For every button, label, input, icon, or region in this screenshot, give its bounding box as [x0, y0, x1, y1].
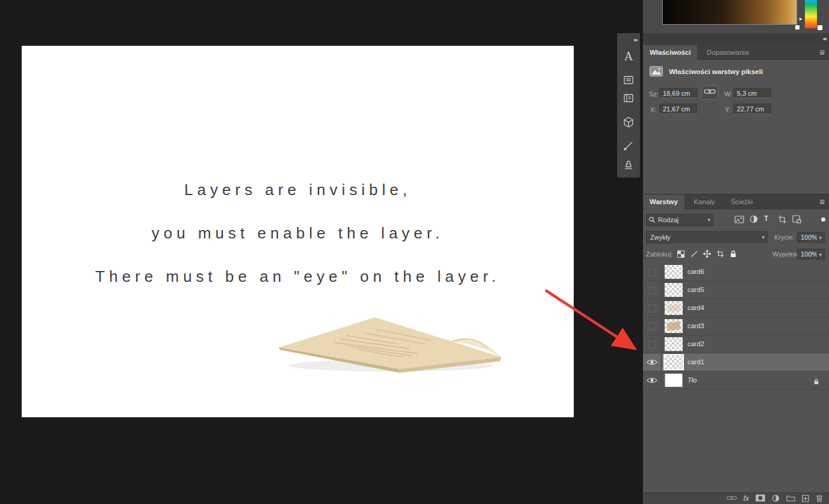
visibility-toggle[interactable]: [643, 263, 662, 281]
canvas-text-line: you must enable the layer.: [22, 224, 574, 243]
layer-row-card1[interactable]: card1: [643, 353, 829, 372]
chevron-down-icon: ▾: [762, 232, 765, 243]
layer-thumbnail[interactable]: [665, 265, 683, 279]
color-swatch-white[interactable]: [818, 25, 822, 30]
layer-thumbnail[interactable]: [665, 301, 683, 315]
filter-pixel-layers-icon[interactable]: [734, 215, 744, 226]
glyphs-panel-icon[interactable]: [617, 93, 640, 105]
lock-all-icon[interactable]: [730, 249, 737, 260]
visibility-toggle[interactable]: [643, 372, 662, 389]
layer-style-icon[interactable]: fx: [744, 495, 749, 502]
layer-row-card3[interactable]: card3: [643, 317, 829, 335]
chevron-down-icon: ▾: [817, 249, 822, 260]
clone-source-panel-icon[interactable]: [617, 160, 640, 173]
new-layer-icon[interactable]: [802, 494, 809, 503]
dock-header-bar: ◂◂: [643, 33, 829, 46]
new-group-icon[interactable]: [786, 494, 795, 503]
pixel-layer-icon: [650, 66, 663, 76]
expand-panels-icon[interactable]: ▸▸: [634, 37, 637, 43]
search-icon: [648, 216, 656, 223]
layer-filter-dropdown[interactable]: Rodzaj ▾: [646, 214, 713, 226]
layer-thumbnail[interactable]: [665, 337, 683, 351]
opacity-label: Krycie:: [774, 234, 795, 241]
lock-pixels-icon[interactable]: [691, 249, 698, 260]
hue-slider-marker[interactable]: ▸: [800, 16, 803, 22]
layer-row-card2[interactable]: card2: [643, 335, 829, 353]
tab-paths[interactable]: Ścieżki: [724, 194, 759, 210]
lock-artboard-icon[interactable]: [716, 249, 724, 260]
visibility-toggle[interactable]: [643, 335, 662, 353]
filter-adjustment-layers-icon[interactable]: [750, 215, 758, 226]
photoshop-workspace: Layers are invisible, you must enable th…: [0, 0, 829, 504]
hidden-eye-well: [648, 269, 656, 276]
visibility-toggle[interactable]: [643, 281, 662, 299]
add-mask-icon[interactable]: [756, 494, 765, 503]
blend-mode-select[interactable]: Zwykły ▾: [646, 231, 768, 243]
fill-value: 100%: [801, 250, 818, 258]
link-layers-icon[interactable]: [727, 495, 737, 502]
layer-row-card6[interactable]: card6: [643, 263, 829, 281]
link-dimensions-button[interactable]: [701, 86, 718, 100]
layer-row-background[interactable]: Tło: [643, 372, 829, 390]
lock-transparency-icon[interactable]: [677, 249, 685, 260]
layers-panel: Rodzaj ▾ T: [643, 210, 829, 493]
layer-thumbnail[interactable]: [665, 355, 683, 369]
filter-type-layers-icon[interactable]: T: [764, 214, 768, 223]
height-label: W:: [724, 90, 732, 98]
opacity-field[interactable]: 100% ▾: [797, 232, 825, 243]
chevron-down-icon: ▾: [707, 214, 710, 225]
tab-layers[interactable]: Warstwy: [643, 194, 685, 210]
x-field[interactable]: 21,67 cm: [659, 104, 697, 114]
layer-thumbnail[interactable]: [665, 373, 683, 387]
filter-label: Rodzaj: [658, 214, 678, 225]
gradient-stop-marker[interactable]: [795, 25, 800, 30]
layer-list: card6 card5 card4 card3: [643, 263, 829, 390]
3d-panel-icon[interactable]: [617, 116, 640, 131]
properties-panel: Właściwości warstwy pikseli Sz: 18,69 cm…: [643, 60, 829, 193]
delete-layer-icon[interactable]: [816, 494, 823, 503]
blend-mode-value: Zwykły: [650, 234, 671, 241]
layer-row-card5[interactable]: card5: [643, 281, 829, 299]
character-panel-icon[interactable]: A: [617, 50, 640, 63]
color-panel-partial: ▸: [643, 0, 829, 33]
filter-smart-objects-icon[interactable]: [792, 215, 801, 226]
fill-field[interactable]: 100% ▾: [797, 249, 825, 260]
layer-thumbnail[interactable]: [665, 283, 683, 297]
layer-name: card1: [688, 358, 704, 366]
tab-adjustments[interactable]: Dopasowania: [700, 45, 756, 60]
layer-name: card6: [688, 268, 704, 275]
filter-shape-layers-icon[interactable]: [778, 215, 787, 226]
layer-lock-icon: [813, 376, 819, 387]
visibility-toggle[interactable]: [643, 299, 662, 317]
folded-paper-image: [274, 310, 506, 376]
paragraph-panel-icon[interactable]: [617, 75, 640, 87]
lock-position-icon[interactable]: [703, 249, 711, 260]
gradient-preview[interactable]: [662, 0, 797, 25]
y-label: Y:: [725, 106, 731, 113]
tab-properties[interactable]: Właściwości: [643, 45, 697, 60]
opacity-value: 100%: [801, 234, 818, 241]
panel-menu-icon[interactable]: ≡: [819, 47, 825, 57]
hue-ramp[interactable]: [805, 0, 817, 28]
eye-icon: [647, 359, 657, 366]
width-field[interactable]: 18,69 cm: [659, 88, 697, 98]
filter-toggle-icon[interactable]: [821, 217, 825, 222]
layers-footer: fx: [643, 493, 829, 504]
tab-channels[interactable]: Kanały: [687, 194, 721, 210]
height-field[interactable]: 5,3 cm: [733, 88, 771, 98]
visibility-toggle[interactable]: [643, 317, 662, 335]
panel-menu-icon[interactable]: ≡: [819, 196, 825, 207]
collapse-panels-icon[interactable]: ◂◂: [822, 36, 825, 42]
y-field[interactable]: 22,77 cm: [733, 104, 771, 114]
properties-subtitle-text: Właściwości warstwy pikseli: [669, 68, 763, 75]
add-adjustment-icon[interactable]: [772, 494, 780, 503]
x-label: X:: [650, 106, 656, 113]
brushes-panel-icon[interactable]: [617, 140, 640, 154]
layer-name: card4: [688, 304, 704, 311]
visibility-toggle[interactable]: [643, 353, 662, 371]
properties-subtitle: Właściwości warstwy pikseli: [650, 66, 763, 78]
layer-thumbnail[interactable]: [665, 319, 683, 333]
document-canvas[interactable]: Layers are invisible, you must enable th…: [22, 46, 574, 417]
layer-name: Tło: [688, 376, 697, 384]
layer-row-card4[interactable]: card4: [643, 299, 829, 317]
